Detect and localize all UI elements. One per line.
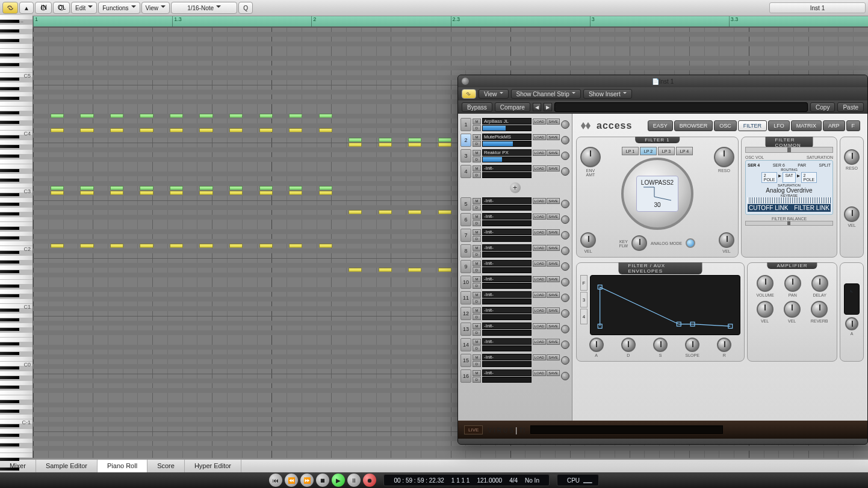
prev-preset-button[interactable]: ◀ — [533, 103, 541, 111]
filter-mode-button[interactable]: LP 4 — [676, 147, 693, 155]
patch-pan-knob[interactable] — [561, 309, 569, 318]
filter-mode-button[interactable]: LP 2 — [640, 147, 657, 155]
plugin-link-icon[interactable] — [462, 89, 476, 99]
midi-note[interactable] — [140, 186, 153, 190]
save-button[interactable]: SAVE — [547, 165, 560, 171]
env-amt-knob[interactable]: ENV AMT — [580, 147, 601, 177]
amp-a-knob[interactable]: A — [844, 317, 860, 336]
solo-button[interactable]: D — [473, 377, 481, 383]
white-key[interactable] — [0, 34, 33, 39]
midi-note[interactable] — [438, 210, 451, 214]
white-key[interactable] — [0, 208, 33, 212]
patch-row[interactable]: 7MD-Init-LOADSAVE — [460, 228, 569, 242]
black-key[interactable] — [0, 193, 19, 196]
sat-button[interactable]: SAT — [783, 172, 795, 183]
patch-row[interactable]: 9MD-Init-LOADSAVE — [460, 259, 569, 274]
link-icon[interactable] — [2, 2, 18, 14]
amp-knob-reverb[interactable]: REVERB — [811, 301, 828, 323]
white-key[interactable] — [0, 395, 33, 400]
black-key[interactable] — [0, 135, 19, 138]
patch-level-slider[interactable] — [482, 298, 532, 304]
patch-number[interactable]: 11 — [460, 291, 471, 304]
midi-note[interactable] — [259, 191, 273, 195]
midi-note[interactable] — [259, 244, 273, 248]
mute-button[interactable]: M — [473, 165, 481, 171]
white-key[interactable] — [0, 429, 33, 434]
patch-number[interactable]: 2 — [460, 134, 471, 147]
black-key[interactable] — [0, 309, 19, 312]
load-button[interactable]: LOAD — [533, 370, 546, 376]
white-key[interactable] — [0, 232, 33, 236]
load-button[interactable]: LOAD — [533, 198, 546, 204]
save-button[interactable]: SAVE — [547, 134, 560, 140]
bypass-button[interactable]: Bypass — [462, 102, 492, 112]
cutoff-link-button[interactable]: CUTOFF LINK — [749, 205, 788, 211]
forward-button[interactable]: ⏩ — [300, 474, 314, 487]
midi-note[interactable] — [80, 191, 93, 195]
next-preset-button[interactable]: ▶ — [544, 103, 552, 111]
patch-number[interactable]: 10 — [460, 276, 471, 289]
midi-note[interactable] — [319, 114, 332, 118]
white-key[interactable] — [0, 289, 33, 294]
solo-button[interactable]: D — [473, 156, 481, 162]
patch-pan-knob[interactable] — [561, 231, 569, 239]
cutoff-dial[interactable]: LOWPASS2 30 — [621, 158, 693, 230]
solo-button[interactable]: D — [473, 314, 481, 320]
tab-piano-roll[interactable]: Piano Roll — [98, 460, 147, 472]
patch-number[interactable]: 14 — [460, 338, 471, 351]
solo-button[interactable]: D — [473, 125, 481, 131]
mute-button[interactable]: M — [473, 245, 481, 251]
filter-vel-knob-1[interactable]: VEL — [580, 232, 596, 253]
white-key[interactable] — [0, 347, 33, 352]
patch-level-slider[interactable] — [482, 252, 532, 258]
mute-button[interactable]: M — [473, 370, 481, 376]
patch-name[interactable]: -Init- — [482, 197, 532, 204]
balance-slider[interactable] — [745, 221, 833, 226]
patch-level-slider[interactable] — [482, 345, 532, 351]
black-key[interactable] — [0, 285, 19, 288]
patch-number[interactable]: 4 — [460, 165, 471, 178]
solo-button[interactable]: D — [473, 236, 481, 242]
show-channel-strip[interactable]: Show Channel Strip — [511, 89, 581, 99]
patch-level-slider[interactable] — [482, 205, 532, 211]
black-key[interactable] — [0, 424, 19, 427]
patch-name[interactable]: -Init- — [482, 307, 532, 313]
quantize-button[interactable]: Q — [238, 2, 253, 14]
white-key[interactable] — [0, 174, 33, 179]
patch-name[interactable]: -Init- — [482, 323, 532, 329]
patch-number[interactable]: 7 — [460, 229, 471, 242]
synth-tab-easy[interactable]: EASY — [648, 120, 673, 131]
patch-level-slider[interactable] — [482, 377, 532, 383]
load-button[interactable]: LOAD — [533, 292, 546, 298]
amp-knob-delay[interactable]: DELAY — [811, 275, 828, 297]
mute-button[interactable]: M — [473, 292, 481, 298]
env-select-button[interactable]: 4 — [580, 309, 587, 324]
white-key[interactable] — [0, 159, 33, 164]
white-key[interactable] — [0, 82, 33, 87]
pole-1-button[interactable]: 2 POLE — [761, 172, 778, 183]
white-key[interactable] — [0, 164, 33, 169]
midi-note[interactable] — [408, 138, 421, 142]
patch-name[interactable]: -Init- — [482, 229, 532, 235]
solo-button[interactable]: D — [473, 267, 481, 273]
amp-knob-pan[interactable]: PAN — [784, 275, 801, 297]
black-key[interactable] — [0, 342, 19, 345]
patch-row[interactable]: 13MD-Init-LOADSAVE — [460, 322, 569, 336]
black-key[interactable] — [0, 97, 19, 100]
solo-button[interactable]: D — [473, 330, 481, 336]
white-key[interactable] — [0, 313, 33, 318]
solo-button[interactable]: D — [473, 205, 481, 211]
transport-lcd[interactable]: 00 : 59 : 59 : 22.32 1 1 1 1 121.0000 4/… — [383, 474, 550, 486]
patch-name[interactable]: -Init- — [482, 338, 532, 345]
mute-button[interactable]: M — [473, 261, 481, 267]
load-button[interactable]: LOAD — [533, 323, 546, 329]
black-key[interactable] — [0, 78, 19, 81]
patch-name[interactable]: -Init- — [482, 369, 532, 376]
show-insert[interactable]: Show Insert — [583, 89, 632, 99]
load-button[interactable]: LOAD — [533, 276, 546, 282]
black-key[interactable] — [0, 63, 19, 66]
white-key[interactable] — [0, 333, 33, 338]
midi-note[interactable] — [379, 143, 392, 147]
goto-start-button[interactable]: ⏮ — [269, 474, 282, 487]
midi-note[interactable] — [408, 210, 421, 214]
